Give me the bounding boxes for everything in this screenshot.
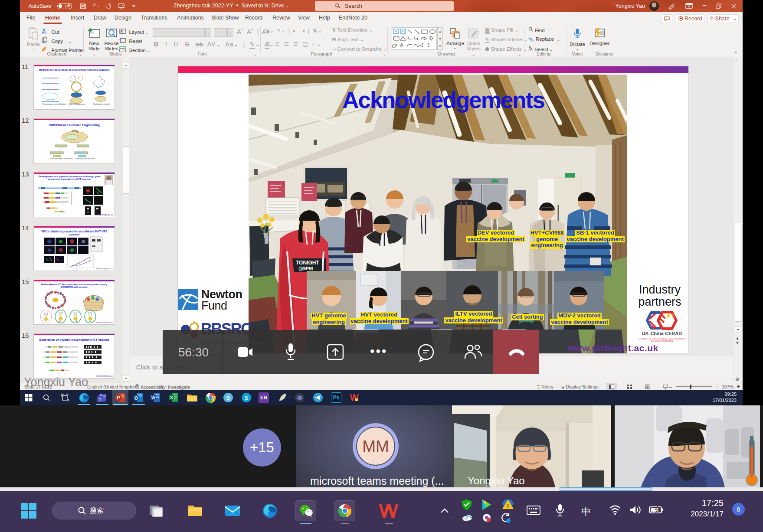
svg-text:A: A [395,29,397,33]
svg-text:Overlapping cosmid: Overlapping cosmid [93,103,110,105]
svg-text:S: S [226,395,230,401]
svg-text:T: T [99,397,102,401]
svg-text:O: O [134,396,138,401]
svg-text:BAC mutagenesis: BAC mutagenesis [69,103,85,105]
svg-text:TONIGHT: TONIGHT [296,260,319,266]
svg-text:Homologous recombination: Homologous recombination [43,103,66,105]
svg-text:S: S [245,395,249,401]
svg-text:Homology-directed repair: Homology-directed repair [75,157,95,160]
svg-text:W: W [151,395,155,400]
svg-text:Non-homologous end joining: Non-homologous end joining [50,157,72,160]
svg-text:X: X [170,395,173,400]
svg-text:!: ! [507,503,509,509]
svg-text:@9PM: @9PM [298,266,313,271]
svg-text:P: P [117,395,120,400]
